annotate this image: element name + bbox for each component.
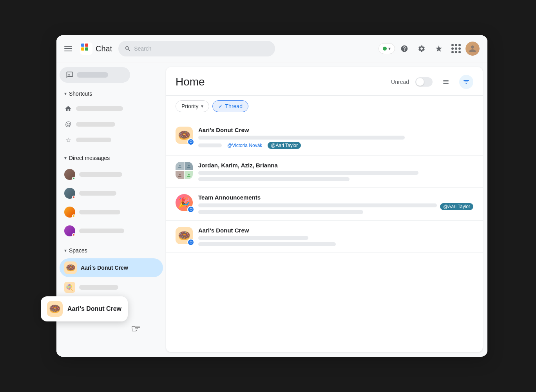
svg-rect-2 (85, 44, 88, 47)
space-name-2 (79, 285, 118, 290)
dm-avatar-1 (64, 169, 75, 180)
thread-content-1: Aari's Donut Crew @Victoria Novák @Aari … (198, 127, 473, 149)
shortcuts-chevron-icon: ▾ (64, 91, 67, 96)
menu-button[interactable] (64, 44, 74, 53)
thread-name-4: Aari's Donut Crew (198, 227, 473, 234)
thread-preview-3b (198, 210, 363, 214)
sparkle-button[interactable] (431, 41, 447, 56)
filter-button[interactable] (459, 75, 473, 89)
dm-name-3 (79, 210, 120, 214)
svg-rect-4 (85, 47, 88, 51)
dm-item-4[interactable] (60, 222, 163, 240)
settings-button[interactable] (414, 41, 429, 56)
shortcuts-title: Shortcuts (69, 91, 92, 97)
svg-rect-1 (81, 44, 84, 47)
mention-aari-3[interactable]: @Aari Taylor (440, 203, 473, 210)
group-cell-1 (176, 162, 184, 170)
status-indicator-1 (72, 177, 75, 180)
filter-bar: Priority ▾ ✓ Thread (166, 96, 483, 117)
main-content-panel: Home Unread (166, 67, 483, 352)
search-placeholder: Search (134, 45, 151, 52)
thread-item-4[interactable]: 🍩 ⏱ Aari's Donut Crew (166, 221, 483, 253)
priority-filter-chip[interactable]: Priority ▾ (176, 100, 209, 112)
thread-filter-chip[interactable]: ✓ Thread (212, 100, 248, 112)
group-avatar-grid (176, 162, 193, 179)
thread-tags-1: @Victoria Novák @Aari Taylor (198, 142, 473, 149)
thread-preview-1 (198, 136, 405, 140)
sidebar-item-mentions[interactable]: @ (60, 117, 163, 131)
content-header: Home Unread (166, 67, 483, 96)
help-button[interactable] (397, 41, 412, 56)
dm-name-1 (79, 172, 122, 177)
dm-name-2 (79, 191, 116, 196)
dm-avatar-3 (64, 207, 75, 218)
thread-tag-placeholder-1 (198, 143, 222, 147)
thread-content-3: Team Announcements @Aari Taylor (198, 194, 473, 214)
thread-content-4: Aari's Donut Crew (198, 227, 473, 246)
home-label (76, 106, 123, 111)
status-indicator-2 (72, 196, 75, 199)
thread-preview-4b (198, 242, 336, 246)
space-item-2[interactable]: 🍭 (60, 279, 163, 296)
thread-preview-4a (198, 236, 308, 240)
status-indicator-3 (72, 214, 75, 218)
user-avatar[interactable] (465, 42, 480, 56)
thread-badge-4: ⏱ (187, 239, 194, 246)
view-toggle-button[interactable] (439, 75, 453, 89)
spaces-title: Spaces (69, 247, 87, 254)
active-space-item[interactable]: 🍩 Aari's Donut Crew (60, 258, 163, 277)
tooltip-name: Aari's Donut Crew (67, 305, 121, 312)
new-chat-button[interactable] (60, 67, 130, 83)
apps-grid-icon (451, 44, 461, 53)
mention-aari-1[interactable]: @Aari Taylor (268, 142, 301, 149)
dm-section-header[interactable]: ▾ Direct messages (60, 152, 163, 164)
chevron-icon: ▾ (388, 46, 391, 51)
thread-item-2[interactable]: Jordan, Karim, Aziz, Brianna (166, 156, 483, 188)
app-logo (80, 42, 92, 55)
thread-badge-1: ⏱ (187, 138, 194, 145)
shortcuts-section-header[interactable]: ▾ Shortcuts (60, 87, 163, 100)
priority-label: Priority (181, 103, 199, 109)
group-cell-4 (185, 171, 193, 179)
dm-item-2[interactable] (60, 185, 163, 202)
thread-preview-line-3: @Aari Taylor (198, 203, 473, 210)
active-space-name: Aari's Donut Crew (81, 265, 128, 271)
mentions-icon: @ (64, 120, 72, 128)
new-chat-icon (66, 71, 74, 79)
topbar: Chat Search ▾ (56, 35, 487, 62)
status-button[interactable]: ▾ (378, 43, 395, 54)
thread-list: 🍩 ⏱ Aari's Donut Crew @Victoria Novák @A… (166, 117, 483, 352)
sidebar-item-starred[interactable]: ☆ (60, 133, 163, 147)
avatar-image (465, 42, 480, 56)
dm-item-1[interactable] (60, 166, 163, 183)
dm-item-3[interactable] (60, 203, 163, 221)
thread-content-2: Jordan, Karim, Aziz, Brianna (198, 162, 473, 181)
thread-label: Thread (225, 103, 243, 109)
sidebar-item-home[interactable] (60, 102, 163, 116)
app-title: Chat (96, 44, 112, 53)
group-cell-2 (185, 162, 193, 170)
search-bar[interactable]: Search (118, 41, 275, 56)
thread-preview-3a (198, 203, 437, 207)
mention-victoria[interactable]: @Victoria Novák (224, 142, 265, 149)
thread-item-1[interactable]: 🍩 ⏱ Aari's Donut Crew @Victoria Novák @A… (166, 120, 483, 156)
logo-area: Chat (80, 42, 112, 55)
apps-button[interactable] (448, 41, 464, 56)
active-space-emoji: 🍩 (64, 261, 77, 274)
svg-rect-3 (81, 47, 84, 51)
thread-name-1: Aari's Donut Crew (198, 127, 473, 133)
space-emoji-2: 🍭 (64, 282, 75, 293)
thread-name-2: Jordan, Karim, Aziz, Brianna (198, 162, 473, 169)
priority-chevron-icon: ▾ (201, 103, 203, 109)
dm-chevron-icon: ▾ (64, 155, 67, 161)
thread-preview-2b (198, 177, 349, 181)
thread-item-3[interactable]: 🎉 ⏱ Team Announcements @Aari Taylor (166, 188, 483, 221)
spaces-section-header[interactable]: ▾ Spaces (60, 244, 163, 257)
space-tooltip[interactable]: 🍩 Aari's Donut Crew (41, 296, 128, 321)
unread-label: Unread (391, 79, 409, 85)
dm-avatar-4 (64, 225, 75, 236)
unread-toggle[interactable] (415, 77, 433, 87)
thread-name-3: Team Announcements (198, 194, 473, 201)
toggle-thumb (416, 78, 424, 86)
new-chat-label-placeholder (77, 72, 108, 78)
